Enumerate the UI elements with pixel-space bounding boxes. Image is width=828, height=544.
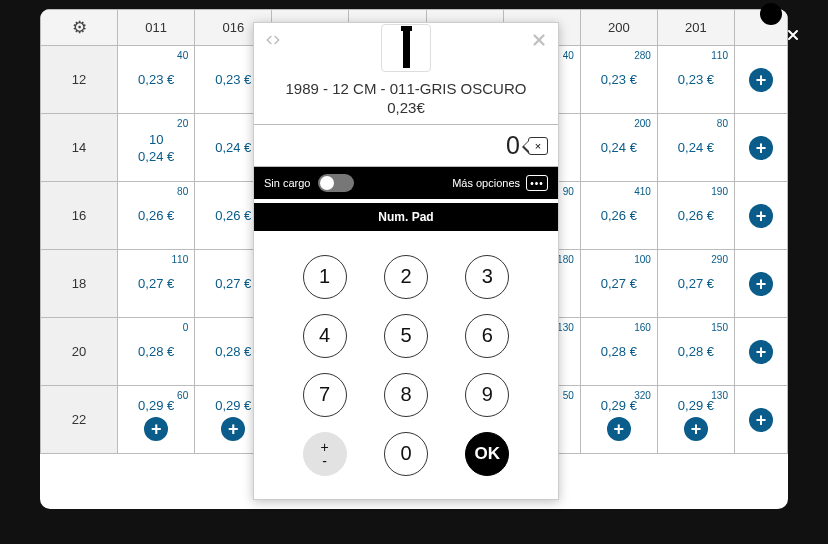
modal-close-icon[interactable] [530, 31, 548, 53]
numpad-key-6[interactable]: 6 [465, 314, 509, 358]
add-button[interactable]: + [607, 417, 631, 441]
row-add-button[interactable]: + [749, 408, 773, 432]
row-add-cell: + [734, 182, 787, 250]
price-value: 0,23 € [658, 72, 734, 87]
row-add-button[interactable]: + [749, 136, 773, 160]
variant-cell[interactable]: 2900,27 € [657, 250, 734, 318]
price-value: 0,24 € [581, 140, 657, 155]
numpad-key-9[interactable]: 9 [465, 373, 509, 417]
stock-value: 160 [634, 322, 651, 333]
row-add-cell: + [734, 250, 787, 318]
variant-cell[interactable]: 2000,24 € [580, 114, 657, 182]
product-title: 1989 - 12 CM - 011-GRIS OSCURO [254, 80, 558, 97]
product-image [381, 24, 431, 72]
stock-value: 40 [177, 50, 188, 61]
price-value: 0,24 € [658, 140, 734, 155]
row-add-button[interactable]: + [749, 340, 773, 364]
add-button[interactable]: + [221, 417, 245, 441]
stock-value: 60 [177, 390, 188, 401]
row-add-cell: + [734, 46, 787, 114]
variant-cell[interactable]: 20100,24 € [118, 114, 195, 182]
numpad-key-0[interactable]: 0 [384, 432, 428, 476]
stock-value: 50 [563, 390, 574, 401]
row-add-button[interactable]: + [749, 68, 773, 92]
col-header[interactable]: 011 [118, 10, 195, 46]
numpad-key-4[interactable]: 4 [303, 314, 347, 358]
numpad-key-8[interactable]: 8 [384, 373, 428, 417]
row-add-button[interactable]: + [749, 204, 773, 228]
variant-cell[interactable]: 800,26 € [118, 182, 195, 250]
add-button[interactable]: + [144, 417, 168, 441]
stock-value: 200 [634, 118, 651, 129]
stock-value: 130 [711, 390, 728, 401]
numpad: 1 2 3 4 5 6 7 8 9 + - 0 OK [254, 231, 558, 499]
row-add-cell: + [734, 386, 787, 454]
variant-cell[interactable]: 1500,28 € [657, 318, 734, 386]
col-header[interactable]: 200 [580, 10, 657, 46]
price-value: 0,24 € [118, 149, 194, 164]
more-options-label: Más opciones [452, 177, 520, 189]
quantity-input[interactable]: 0 [506, 131, 520, 160]
variant-cell[interactable]: 1300,29 €+ [657, 386, 734, 454]
variant-cell[interactable]: 2800,23 € [580, 46, 657, 114]
variant-cell[interactable]: 1600,28 € [580, 318, 657, 386]
numpad-key-ok[interactable]: OK [465, 432, 509, 476]
numpad-key-5[interactable]: 5 [384, 314, 428, 358]
stock-value: 80 [177, 186, 188, 197]
variant-cell[interactable]: 400,23 € [118, 46, 195, 114]
price-value: 0,27 € [658, 276, 734, 291]
variant-cell[interactable]: 1100,27 € [118, 250, 195, 318]
row-label: 14 [41, 114, 118, 182]
variant-cell[interactable]: 1000,27 € [580, 250, 657, 318]
price-value: 0,23 € [581, 72, 657, 87]
stock-value: 150 [711, 322, 728, 333]
variant-cell[interactable]: 800,24 € [657, 114, 734, 182]
qty-value: 10 [118, 132, 194, 147]
row-label: 18 [41, 250, 118, 318]
variant-cell[interactable]: 1100,23 € [657, 46, 734, 114]
price-value: 0,26 € [581, 208, 657, 223]
add-button[interactable]: + [684, 417, 708, 441]
stock-value: 180 [557, 254, 574, 265]
price-value: 0,28 € [581, 344, 657, 359]
stock-value: 20 [177, 118, 188, 129]
stock-value: 410 [634, 186, 651, 197]
stock-value: 40 [563, 50, 574, 61]
stock-value: 90 [563, 186, 574, 197]
row-label: 16 [41, 182, 118, 250]
numpad-key-1[interactable]: 1 [303, 255, 347, 299]
numpad-key-2[interactable]: 2 [384, 255, 428, 299]
variant-cell[interactable]: 1900,26 € [657, 182, 734, 250]
free-charge-toggle[interactable] [318, 174, 354, 192]
variant-cell[interactable]: 600,29 €+ [118, 386, 195, 454]
numpad-key-7[interactable]: 7 [303, 373, 347, 417]
overlay-close-icon[interactable] [785, 27, 801, 43]
col-header[interactable]: 201 [657, 10, 734, 46]
variant-cell[interactable]: 4100,26 € [580, 182, 657, 250]
row-label: 20 [41, 318, 118, 386]
price-value: 0,26 € [118, 208, 194, 223]
stock-value: 110 [172, 254, 189, 265]
variant-cell[interactable]: 3200,29 €+ [580, 386, 657, 454]
code-icon[interactable] [264, 31, 282, 53]
stock-value: 290 [711, 254, 728, 265]
stock-value: 320 [634, 390, 651, 401]
backspace-icon[interactable]: × [528, 137, 548, 155]
stock-value: 80 [717, 118, 728, 129]
stock-value: 280 [634, 50, 651, 61]
stock-value: 100 [634, 254, 651, 265]
more-options-button[interactable]: ••• [526, 175, 548, 191]
numpad-header: Num. Pad [254, 203, 558, 231]
filters-header[interactable]: ⚙ [41, 10, 118, 46]
price-value: 0,27 € [118, 276, 194, 291]
row-add-button[interactable]: + [749, 272, 773, 296]
variant-cell[interactable]: 00,28 € [118, 318, 195, 386]
stock-value: 190 [711, 186, 728, 197]
price-value: 0,23 € [118, 72, 194, 87]
price-value: 0,27 € [581, 276, 657, 291]
row-add-cell: + [734, 114, 787, 182]
stock-value: 130 [557, 322, 574, 333]
numpad-key-plusminus[interactable]: + - [303, 432, 347, 476]
numpad-key-3[interactable]: 3 [465, 255, 509, 299]
row-label: 12 [41, 46, 118, 114]
